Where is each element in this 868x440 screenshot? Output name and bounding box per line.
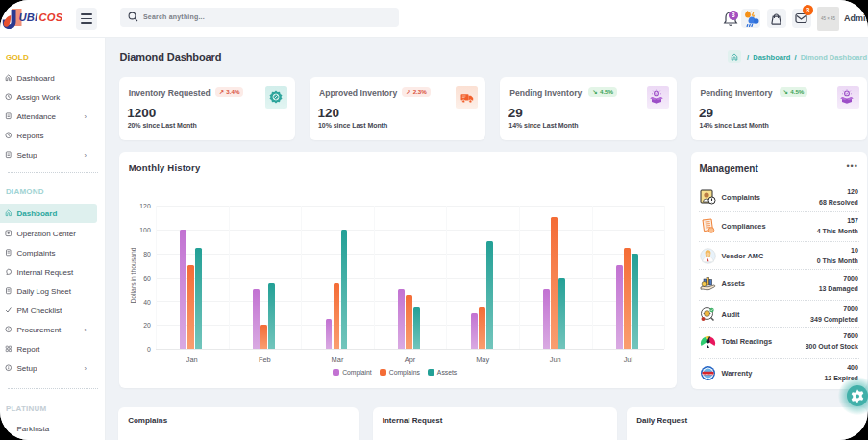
svg-text:COS: COS: [39, 12, 63, 23]
svg-text:WARRANTY: WARRANTY: [702, 372, 714, 374]
svg-text:UBI: UBI: [19, 12, 39, 23]
